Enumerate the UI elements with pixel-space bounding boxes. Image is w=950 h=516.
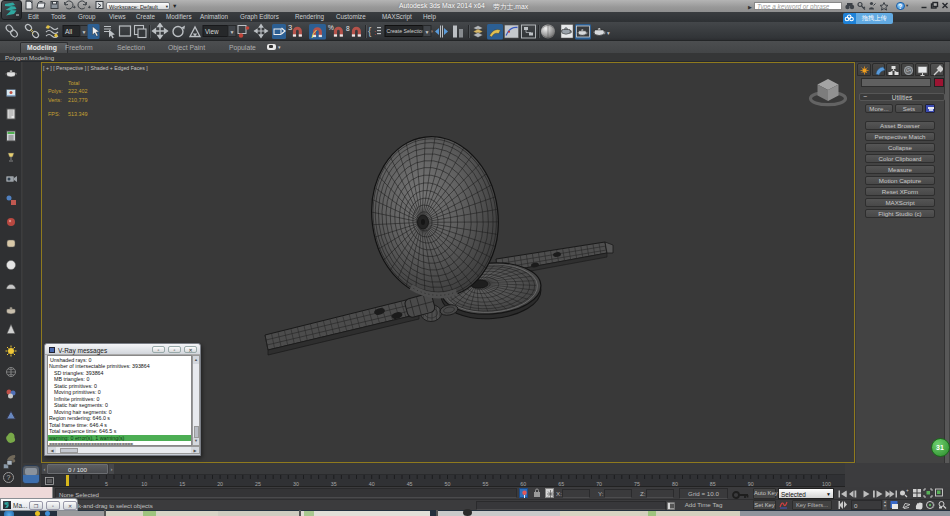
svg-text:75: 75 [634, 481, 640, 487]
svg-text:80: 80 [672, 481, 678, 487]
svg-text::: : [374, 28, 376, 37]
svg-text:85: 85 [710, 481, 716, 487]
svg-text:40: 40 [369, 481, 375, 487]
svg-text:50: 50 [445, 481, 451, 487]
svg-text:{: { [368, 26, 372, 37]
svg-text:▼: ▼ [230, 29, 235, 35]
svg-text:▼: ▼ [82, 29, 87, 35]
svg-text:65: 65 [558, 481, 564, 487]
svg-text:All: All [65, 28, 73, 35]
svg-text:10: 10 [141, 481, 147, 487]
svg-text:30: 30 [293, 481, 299, 487]
svg-text:▾: ▾ [607, 30, 610, 36]
svg-text:70: 70 [596, 481, 602, 487]
svg-text:95: 95 [786, 481, 792, 487]
svg-text:25: 25 [255, 481, 261, 487]
svg-text:45: 45 [407, 481, 413, 487]
svg-text:100: 100 [822, 481, 831, 487]
svg-text:55: 55 [482, 481, 488, 487]
svg-text:8: 8 [346, 25, 350, 32]
svg-text:S: S [906, 68, 910, 74]
svg-text:60: 60 [520, 481, 526, 487]
svg-text:35: 35 [331, 481, 337, 487]
svg-text:5: 5 [105, 481, 108, 487]
svg-text:View: View [205, 28, 219, 35]
svg-text:3: 3 [288, 23, 292, 32]
svg-text:+: + [906, 488, 909, 493]
svg-text:15: 15 [179, 481, 185, 487]
svg-text:%: % [328, 24, 334, 31]
svg-text:20: 20 [217, 481, 223, 487]
svg-text:90: 90 [748, 481, 754, 487]
svg-text:▼: ▼ [425, 29, 430, 35]
